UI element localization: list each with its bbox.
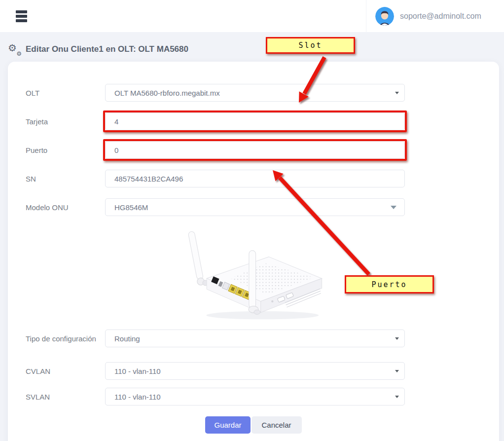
svlan-select[interactable]: 110 - vlan-110 — [105, 388, 405, 405]
form-row-modelo: Modelo ONU HG8546M — [8, 198, 499, 216]
user-avatar — [375, 7, 394, 26]
tarjeta-highlight-box: 4 — [103, 110, 407, 132]
modelo-onu-select-value: HG8546M — [114, 203, 148, 212]
onu-product-image — [177, 227, 330, 324]
cvlan-select[interactable]: 110 - vlan-110 — [105, 362, 405, 380]
form-row-svlan: SVLAN 110 - vlan-110 — [8, 388, 499, 405]
cancel-button[interactable]: Cancelar — [252, 416, 302, 434]
tarjeta-select-value: 4 — [114, 117, 118, 126]
tipo-configuracion-select-value: Routing — [114, 334, 140, 343]
tarjeta-label: Tarjeta — [26, 112, 105, 127]
olt-select-value: OLT MA5680-rbforo.megabit.mx — [114, 89, 220, 97]
olt-label: OLT — [26, 84, 105, 98]
puerto-highlight-box: 0 — [103, 139, 407, 161]
cvlan-label: CVLAN — [26, 362, 105, 376]
page-title-row: ⚙ ⚙ Editar Onu Cliente1 en OLT: OLT MA56… — [8, 43, 188, 55]
user-email: soporte@adminolt.com — [400, 12, 481, 21]
puerto-label: Puerto — [26, 141, 105, 155]
modelo-onu-select[interactable]: HG8546M — [105, 198, 405, 216]
cogs-icon: ⚙ ⚙ — [8, 43, 22, 55]
puerto-select-value: 0 — [114, 146, 118, 154]
sn-input[interactable] — [105, 170, 405, 187]
page-title: Editar Onu Cliente1 en OLT: OLT MA5680 — [26, 44, 188, 54]
cvlan-select-value: 110 - vlan-110 — [114, 367, 161, 375]
slot-annotation-callout: Slot — [266, 37, 355, 54]
form-row-sn: SN — [8, 170, 499, 187]
form-row-cvlan: CVLAN 110 - vlan-110 — [8, 362, 499, 380]
modelo-onu-label: Modelo ONU — [26, 198, 105, 213]
top-header: soporte@adminolt.com — [0, 0, 504, 32]
form-row-tarjeta: Tarjeta 4 — [8, 112, 499, 130]
tarjeta-select[interactable]: 4 — [105, 112, 405, 130]
form-actions: Guardar Cancelar — [8, 416, 499, 434]
form-row-puerto: Puerto 0 — [8, 141, 499, 159]
tipo-configuracion-label: Tipo de configuración — [26, 330, 105, 344]
sn-label: SN — [26, 170, 105, 184]
tipo-configuracion-select[interactable]: Routing — [105, 330, 405, 347]
hamburger-menu-icon[interactable] — [16, 10, 28, 22]
form-row-olt: OLT OLT MA5680-rbforo.megabit.mx — [8, 84, 499, 102]
olt-select[interactable]: OLT MA5680-rbforo.megabit.mx — [105, 84, 405, 102]
puerto-annotation-label: Puerto — [371, 280, 407, 289]
user-account-block[interactable]: soporte@adminolt.com — [366, 0, 499, 32]
slot-annotation-label: Slot — [298, 41, 322, 50]
puerto-select[interactable]: 0 — [105, 141, 405, 159]
form-row-tipo-configuracion: Tipo de configuración Routing — [8, 330, 499, 347]
puerto-annotation-callout: Puerto — [345, 275, 434, 294]
svlan-select-value: 110 - vlan-110 — [114, 393, 161, 401]
save-button[interactable]: Guardar — [205, 416, 250, 434]
svlan-label: SVLAN — [26, 388, 105, 402]
edit-onu-form-card: OLT OLT MA5680-rbforo.megabit.mx Tarjeta… — [8, 62, 499, 441]
